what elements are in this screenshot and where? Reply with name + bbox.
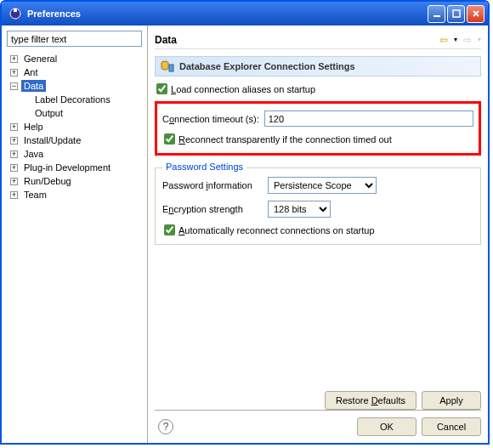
timeout-input[interactable] xyxy=(264,111,473,127)
tree-label: Label Decorations xyxy=(32,94,113,105)
expand-icon[interactable]: + xyxy=(10,123,18,131)
category-tree: +General +Ant −Data Label Decorations Ou… xyxy=(7,52,142,438)
window-title: Preferences xyxy=(27,9,428,19)
timeout-row: Connection timeout (s): xyxy=(162,111,473,127)
auto-reconnect-row: Automatically reconnect connections on s… xyxy=(162,224,473,235)
tree-item-output[interactable]: Output xyxy=(7,106,142,120)
encryption-select[interactable]: 128 bits xyxy=(268,201,331,218)
close-button[interactable] xyxy=(467,5,484,23)
timeout-label: Connection timeout (s): xyxy=(162,114,259,124)
app-icon xyxy=(8,7,22,20)
window-controls xyxy=(428,5,484,23)
tree-label: Output xyxy=(32,107,65,119)
preferences-window: Preferences +General +Ant −Data Label De… xyxy=(0,0,490,445)
tree-item-general[interactable]: +General xyxy=(7,52,142,65)
expand-icon[interactable]: + xyxy=(10,150,18,158)
password-info-row: Password information Persistence Scope xyxy=(162,177,473,194)
nav-controls: ⇦▾ ⇨▾ xyxy=(437,33,481,47)
password-legend: Password Settings xyxy=(162,162,246,172)
forward-icon[interactable]: ⇨ xyxy=(461,33,474,47)
svg-rect-1 xyxy=(14,9,17,12)
database-icon xyxy=(161,60,174,73)
dropdown-icon[interactable]: ▾ xyxy=(454,36,457,43)
tree-label: Plug-in Development xyxy=(21,162,113,173)
dialog-buttons: OK Cancel xyxy=(357,417,481,436)
sidebar: +General +Ant −Data Label Decorations Ou… xyxy=(2,26,148,443)
main-panel: Data ⇦▾ ⇨▾ Database Explorer Connection … xyxy=(148,26,488,443)
titlebar: Preferences xyxy=(2,2,488,26)
tree-item-label-decorations[interactable]: Label Decorations xyxy=(7,93,142,106)
tree-item-data[interactable]: −Data xyxy=(7,79,142,93)
tree-label: Ant xyxy=(21,66,41,78)
content-area: +General +Ant −Data Label Decorations Ou… xyxy=(2,26,488,443)
tree-item-run-debug[interactable]: +Run/Debug xyxy=(7,174,142,188)
tree-item-help[interactable]: +Help xyxy=(7,120,142,133)
load-aliases-row: Load connection aliases on startup xyxy=(155,83,481,94)
tree-label: Data xyxy=(21,80,46,92)
auto-reconnect-checkbox[interactable] xyxy=(164,224,175,235)
collapse-icon[interactable]: − xyxy=(10,82,18,90)
tree-item-ant[interactable]: +Ant xyxy=(7,65,142,79)
svg-rect-7 xyxy=(169,65,173,71)
expand-icon[interactable]: + xyxy=(10,191,18,199)
svg-rect-2 xyxy=(434,15,440,17)
expand-icon[interactable]: + xyxy=(10,69,18,77)
banner-text: Database Explorer Connection Settings xyxy=(179,61,355,71)
help-icon[interactable]: ? xyxy=(158,419,173,434)
apply-button[interactable]: Apply xyxy=(422,391,481,410)
reconnect-row: Reconnect transparently if the connectio… xyxy=(162,133,473,145)
tree-item-install-update[interactable]: +Install/Update xyxy=(7,133,142,147)
page-header: Data ⇦▾ ⇨▾ xyxy=(155,31,481,49)
expand-icon[interactable]: + xyxy=(10,178,18,185)
highlighted-section: Connection timeout (s): Reconnect transp… xyxy=(155,101,481,156)
encryption-label: Encryption strength xyxy=(162,204,263,214)
tree-label: General xyxy=(21,53,60,65)
auto-reconnect-label[interactable]: Automatically reconnect connections on s… xyxy=(178,225,375,235)
back-icon[interactable]: ⇦ xyxy=(437,33,450,47)
dropdown-icon: ▾ xyxy=(478,36,481,43)
expand-icon[interactable]: + xyxy=(10,55,18,63)
filter-input[interactable] xyxy=(7,31,142,47)
tree-label: Team xyxy=(21,189,49,201)
reconnect-label[interactable]: Reconnect transparently if the connectio… xyxy=(178,134,392,145)
tree-item-plugin-dev[interactable]: +Plug-in Development xyxy=(7,161,142,174)
minimize-button[interactable] xyxy=(428,5,445,23)
tree-label: Java xyxy=(21,148,46,160)
expand-icon[interactable]: + xyxy=(10,164,18,172)
expand-icon[interactable]: + xyxy=(10,137,18,145)
tree-item-team[interactable]: +Team xyxy=(7,188,142,201)
load-aliases-label[interactable]: Load connection aliases on startup xyxy=(171,84,315,94)
password-info-label: Password information xyxy=(162,180,263,190)
svg-rect-3 xyxy=(453,10,460,17)
restore-defaults-button[interactable]: Restore Defaults xyxy=(325,391,416,410)
section-banner: Database Explorer Connection Settings xyxy=(155,56,481,77)
tree-label: Help xyxy=(21,121,46,133)
ok-button[interactable]: OK xyxy=(357,417,416,436)
page-title: Data xyxy=(155,34,177,46)
password-info-select[interactable]: Persistence Scope xyxy=(268,177,377,194)
tree-label: Install/Update xyxy=(21,134,83,146)
reconnect-checkbox[interactable] xyxy=(164,133,175,145)
encryption-row: Encryption strength 128 bits xyxy=(162,201,473,218)
password-fieldset: Password Settings Password information P… xyxy=(155,167,481,245)
bottom-bar: ? OK Cancel xyxy=(155,410,481,436)
tree-label: Run/Debug xyxy=(21,175,74,187)
load-aliases-checkbox[interactable] xyxy=(156,83,167,94)
maximize-button[interactable] xyxy=(447,5,465,23)
page-buttons: Restore Defaults Apply xyxy=(155,384,481,410)
tree-item-java[interactable]: +Java xyxy=(7,147,142,161)
cancel-button[interactable]: Cancel xyxy=(422,417,481,436)
